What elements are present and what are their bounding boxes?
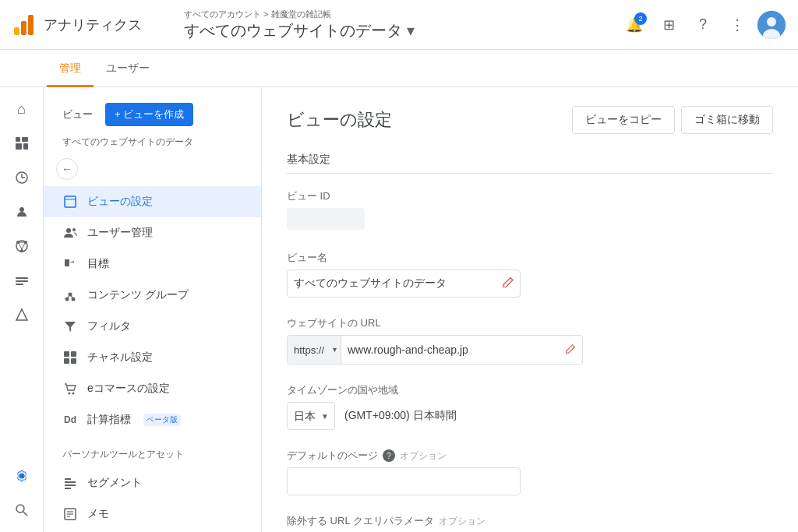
- menu-item-calculated-metrics[interactable]: Dd 計算指標 ベータ版: [44, 404, 261, 435]
- property-name: すべてのウェブサイトのデータ: [184, 20, 402, 41]
- menu-item-calculated-metrics-label: 計算指標: [87, 413, 131, 427]
- left-sidebar: ⌂: [0, 87, 44, 532]
- user-management-icon: [62, 225, 78, 241]
- svg-point-25: [19, 474, 24, 479]
- sidebar-icon-audience[interactable]: [6, 196, 37, 227]
- svg-point-31: [72, 228, 76, 231]
- view-name-input[interactable]: [287, 270, 521, 298]
- url-edit-icon: [559, 344, 582, 357]
- svg-point-17: [20, 249, 23, 252]
- protocol-select-wrap: https:// http://: [288, 336, 341, 364]
- website-url-group: ウェブサイトの URL https:// http://: [287, 316, 773, 365]
- menu-item-channel-settings[interactable]: チャネル設定: [44, 342, 261, 373]
- search-icon: [15, 503, 29, 517]
- url-input-row: https:// http://: [287, 335, 583, 365]
- sidebar-icon-home[interactable]: ⌂: [6, 93, 37, 125]
- menu-item-notes[interactable]: メモ: [44, 499, 261, 530]
- menu-item-ecommerce-label: eコマースの設定: [87, 382, 170, 396]
- audience-icon: [15, 205, 29, 219]
- svg-rect-23: [16, 284, 23, 285]
- url-domain-input[interactable]: [341, 336, 559, 364]
- menu-item-filters-label: フィルタ: [87, 319, 131, 333]
- sidebar-icon-realtime[interactable]: [6, 162, 37, 193]
- page-title: ビューの設定: [287, 108, 392, 132]
- svg-rect-41: [71, 358, 76, 364]
- property-selector[interactable]: すべてのウェブサイトのデータ ▾: [184, 20, 620, 41]
- menu-item-view-settings[interactable]: ビューの設定: [44, 186, 261, 217]
- menu-item-content-groups[interactable]: コンテンツ グループ: [44, 280, 261, 311]
- menu-item-goals-label: 目標: [87, 257, 109, 271]
- default-page-input[interactable]: [287, 467, 521, 495]
- country-select[interactable]: 日本: [287, 402, 335, 430]
- view-name-input-wrap: [287, 270, 521, 298]
- more-options-button[interactable]: ⋮: [723, 11, 751, 39]
- beta-badge: ベータ版: [143, 414, 181, 426]
- back-row: ←: [44, 158, 261, 186]
- timezone-offset-text: (GMT+09:00) 日本時間: [344, 409, 457, 423]
- svg-line-20: [22, 243, 25, 249]
- analytics-logo-icon: [12, 13, 36, 37]
- menu-item-filters[interactable]: フィルタ: [44, 311, 261, 342]
- sidebar-icon-dashboard[interactable]: [6, 128, 37, 159]
- dashboard-icon: [15, 136, 29, 150]
- avatar-icon: [757, 11, 786, 39]
- website-url-label: ウェブサイトの URL: [287, 316, 773, 330]
- country-select-wrapper: 日本: [287, 402, 335, 430]
- view-name-label: ビュー名: [287, 251, 773, 265]
- menu-item-goals[interactable]: 目標: [44, 248, 261, 280]
- view-name-edit-icon: [502, 277, 514, 291]
- user-avatar[interactable]: [757, 11, 786, 39]
- menu-item-user-management[interactable]: ユーザー管理: [44, 217, 261, 248]
- default-page-label: デフォルトのページ ? オプション: [287, 449, 773, 463]
- segments-icon: [62, 475, 78, 491]
- copy-view-button[interactable]: ビューをコピー: [572, 106, 675, 134]
- menu-item-ecommerce[interactable]: eコマースの設定: [44, 373, 261, 404]
- apps-button[interactable]: ⊞: [655, 11, 683, 39]
- menu-item-channel-settings-label: チャネル設定: [87, 351, 153, 365]
- back-button[interactable]: ←: [56, 158, 78, 180]
- basic-settings-title: 基本設定: [287, 153, 773, 174]
- create-view-button[interactable]: + ビューを作成: [105, 103, 193, 126]
- svg-rect-38: [64, 351, 69, 357]
- sidebar-icon-behavior[interactable]: [6, 265, 37, 296]
- svg-marker-24: [16, 309, 27, 320]
- view-id-group: ビュー ID: [287, 189, 773, 232]
- tab-admin[interactable]: 管理: [47, 52, 94, 87]
- top-header: アナリティクス すべてのアカウント > 雑魔堂の雑記帳 すべてのウェブサイトのデ…: [0, 0, 798, 50]
- content-groups-icon: [62, 287, 78, 303]
- help-button[interactable]: ?: [689, 11, 717, 39]
- svg-line-27: [23, 512, 27, 516]
- menu-item-segments[interactable]: セグメント: [44, 467, 261, 499]
- behavior-icon: [15, 273, 29, 287]
- view-name-group: ビュー名: [287, 251, 773, 298]
- tab-user[interactable]: ユーザー: [94, 52, 162, 87]
- notifications-button[interactable]: 🔔 2: [620, 11, 648, 39]
- svg-line-19: [19, 243, 22, 249]
- default-page-info-icon[interactable]: ?: [383, 449, 395, 462]
- svg-rect-7: [22, 137, 28, 142]
- sub-navigation: 管理 ユーザー: [0, 50, 798, 87]
- svg-rect-6: [16, 137, 20, 142]
- view-id-value: [287, 208, 365, 230]
- action-buttons: ビューをコピー ゴミ箱に移動: [572, 106, 773, 134]
- svg-point-30: [66, 228, 71, 233]
- clock-icon: [15, 171, 29, 185]
- sidebar-icon-admin[interactable]: [6, 460, 37, 491]
- svg-rect-1: [21, 21, 26, 35]
- admin-panel: ビュー + ビューを作成 すべてのウェブサイトのデータ ← ビューの設定 ユーザ…: [44, 87, 262, 532]
- notes-icon: [62, 506, 78, 522]
- svg-rect-28: [65, 196, 76, 207]
- sidebar-icon-search[interactable]: [6, 495, 37, 526]
- logo-area: アナリティクス: [12, 13, 168, 37]
- acquisition-icon: [15, 239, 29, 253]
- channel-settings-icon: [62, 350, 78, 365]
- svg-point-42: [69, 393, 71, 395]
- sidebar-icon-acquisition[interactable]: [6, 231, 37, 262]
- content-header: ビューの設定 ビューをコピー ゴミ箱に移動: [287, 106, 773, 134]
- main-layout: ⌂: [0, 87, 798, 532]
- exclude-url-optional: オプション: [439, 515, 486, 528]
- protocol-select[interactable]: https:// http://: [288, 336, 341, 364]
- sidebar-icon-conversion[interactable]: [6, 299, 37, 330]
- svg-rect-9: [23, 143, 28, 150]
- trash-button[interactable]: ゴミ箱に移動: [681, 106, 773, 134]
